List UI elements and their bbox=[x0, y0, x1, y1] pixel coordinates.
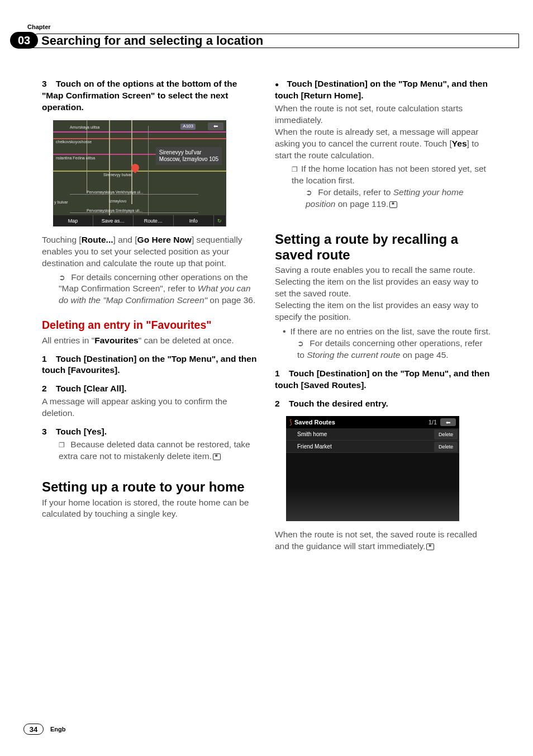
right-column: Touch [Destination] on the "Top Menu", a… bbox=[275, 78, 491, 717]
street-label: chelkovskoyoshosse bbox=[56, 139, 92, 144]
deleting-body: All entries in "Favourites" can be delet… bbox=[42, 335, 258, 347]
home-route-heading: Setting up a route to your home bbox=[42, 479, 258, 495]
saved-routes-title: Saved Routes bbox=[294, 418, 429, 427]
page-title: Searching for and selecting a location bbox=[41, 34, 263, 48]
route-name: Friend Market bbox=[286, 443, 434, 451]
storing-route-ref: For details concerning other operations,… bbox=[275, 338, 491, 361]
delete-step2-body: A message will appear asking you to conf… bbox=[42, 396, 258, 419]
recall-route-heading: Setting a route by recalling a saved rou… bbox=[275, 231, 491, 262]
home-not-stored-note: If the home location has not been stored… bbox=[275, 163, 491, 187]
map-btn-refresh[interactable]: ↻ bbox=[214, 215, 226, 226]
chapter-label: Chapter bbox=[27, 23, 51, 30]
saved-routes-screenshot: ⟆ Saved Routes 1/1 ⬅ Smith home Delete F… bbox=[286, 416, 459, 521]
left-column: 3Touch on of the options at the bottom o… bbox=[42, 78, 258, 717]
delete-step1: 1Touch [Destination] on the "Top Menu", … bbox=[42, 353, 258, 377]
page-indicator: 1/1 bbox=[429, 418, 437, 427]
map-callout: Sirenevyy bul'var Moscow, Izmaylovo 105 bbox=[156, 147, 222, 165]
section-end-icon bbox=[389, 201, 397, 208]
road-marker: A103 bbox=[180, 124, 196, 130]
section-end-icon bbox=[426, 544, 434, 550]
recall-step1: 1Touch [Destination] on the "Top Menu", … bbox=[275, 368, 491, 391]
page-number: 34 bbox=[23, 724, 44, 735]
chapter-badge: 03 bbox=[10, 32, 38, 49]
delete-button[interactable]: Delete bbox=[434, 442, 458, 452]
recall-route-p2: Selecting the item on the list provides … bbox=[275, 300, 491, 323]
map-screenshot: A103 ⬅ Amurskaya ulitsa chelkovskoyoshos… bbox=[53, 120, 226, 226]
recall-last-paragraph: When the route is not set, the saved rou… bbox=[275, 529, 491, 552]
deleting-subheading: Deleting an entry in "Favourites" bbox=[42, 318, 258, 332]
recall-step2: 2Touch the desired entry. bbox=[275, 398, 491, 410]
section-end-icon bbox=[213, 453, 221, 460]
saved-route-row[interactable]: Smith home Delete bbox=[286, 428, 459, 441]
header-bar: Searching for and selecting a location bbox=[31, 34, 519, 48]
touch-destination-bullet: Touch [Destination] on the "Top Menu", a… bbox=[275, 78, 491, 102]
recall-route-p1: Saving a route enables you to recall the… bbox=[275, 264, 491, 300]
map-btn-info[interactable]: Info bbox=[174, 215, 214, 226]
map-btn-save[interactable]: Save as… bbox=[93, 215, 134, 226]
street-label: Sirenevyy bulvar bbox=[103, 172, 132, 177]
home-route-body: If your home location is stored, the rou… bbox=[42, 497, 258, 521]
street-label: Pervomayskaya Srednyaya uli... bbox=[87, 208, 142, 213]
delete-note: Because deleted data cannot be restored,… bbox=[42, 439, 258, 462]
back-icon[interactable]: ⬅ bbox=[440, 418, 456, 426]
map-buttons: Map Save as… Route… Info ↻ bbox=[53, 215, 226, 226]
no-entries-bullet: If there are no entries on the list, sav… bbox=[275, 325, 491, 338]
step-3-heading: 3Touch on of the options at the bottom o… bbox=[42, 78, 258, 114]
street-label: Pervomayskaya Verkhnyaya ul... bbox=[87, 190, 144, 195]
saved-route-row[interactable]: Friend Market Delete bbox=[286, 441, 459, 453]
touching-paragraph: Touching [Route...] and [Go Here Now] se… bbox=[42, 234, 258, 270]
street-label: y bulvar bbox=[54, 200, 68, 205]
delete-step3: 3Touch [Yes]. bbox=[42, 426, 258, 438]
home-position-ref: For details, refer to Setting your home … bbox=[275, 187, 491, 210]
route-name: Smith home bbox=[286, 431, 434, 438]
route-icon: ⟆ bbox=[289, 418, 292, 427]
step-text: Touch on of the options at the bottom of… bbox=[42, 79, 237, 112]
street-label: Amurskaya ulitsa bbox=[70, 125, 99, 130]
callout-line1: Sirenevyy bul'var bbox=[159, 149, 218, 156]
delete-button[interactable]: Delete bbox=[434, 429, 458, 440]
page-footer: 34 Engb bbox=[23, 724, 66, 735]
details-ref: For details concerning other operations … bbox=[42, 272, 258, 307]
step-number: 3 bbox=[42, 78, 56, 90]
map-btn-route[interactable]: Route… bbox=[134, 215, 174, 226]
delete-step2: 2Touch [Clear All]. bbox=[42, 383, 258, 395]
street-label: Izmaylovo bbox=[109, 199, 127, 204]
language-code: Engb bbox=[50, 726, 66, 733]
back-icon[interactable]: ⬅ bbox=[208, 122, 223, 130]
chapter-number: 03 bbox=[18, 34, 30, 47]
saved-routes-header: ⟆ Saved Routes 1/1 ⬅ bbox=[286, 416, 459, 428]
route-already-set: When the route is already set, a message… bbox=[275, 126, 491, 162]
route-not-set: When the route is not set, route calcula… bbox=[275, 103, 491, 126]
street-label: nstantina Fedina ulitsa bbox=[56, 155, 95, 160]
map-btn-map[interactable]: Map bbox=[53, 215, 93, 226]
callout-line2: Moscow, Izmaylovo 105 bbox=[159, 156, 218, 163]
